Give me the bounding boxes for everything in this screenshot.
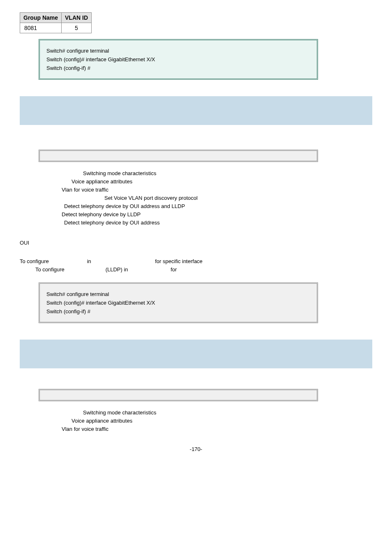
desc-line: Detect telephony device by OUI address xyxy=(39,220,372,226)
desc-line: Detect telephony device by LLDP xyxy=(39,211,372,217)
usage-line: To configure (LLDP) in for xyxy=(20,266,372,273)
syntax-box-2 xyxy=(39,389,318,401)
desc-block-1: Switching mode characteristics Voice app… xyxy=(39,170,372,226)
usage-text: To configure xyxy=(20,266,104,273)
td-vlan: 5 xyxy=(62,23,92,33)
desc-line: Set Voice VLAN port discovery protocol xyxy=(39,195,372,201)
usage-text: for specific interface xyxy=(155,258,203,264)
section-header-1 xyxy=(20,96,372,125)
cli-line: Switch# configure terminal xyxy=(46,291,310,297)
group-vlan-table: Group Name VLAN ID 8081 5 xyxy=(20,12,92,33)
cli-box-1: Switch# configure terminal Switch (confi… xyxy=(39,39,318,80)
page-number: -170- xyxy=(20,446,372,452)
usage-line: To configure in for specific interface xyxy=(20,258,372,264)
usage-block: To configure in for specific interface T… xyxy=(20,258,372,273)
desc-line: Vlan for voice traffic xyxy=(39,426,372,432)
usage-text: in xyxy=(87,258,154,264)
cli-line: Switch (config-if) # xyxy=(46,65,310,71)
desc-line: Voice appliance attributes xyxy=(39,418,372,424)
section-header-2 xyxy=(20,340,372,368)
th-vlan: VLAN ID xyxy=(62,13,92,23)
desc-line: Switching mode characteristics xyxy=(39,409,372,416)
usage-text: To configure xyxy=(20,258,85,264)
usage-text: (LLDP) in xyxy=(106,266,169,273)
desc-line: Vlan for voice traffic xyxy=(39,187,372,193)
desc-line: Detect telephony device by OUI address a… xyxy=(39,203,372,209)
syntax-box-1 xyxy=(39,150,318,162)
cli-line: Switch (config)# interface GigabitEthern… xyxy=(46,56,310,62)
td-group: 8081 xyxy=(20,23,62,33)
cli-line: Switch (config-if) # xyxy=(46,308,310,314)
cli-line: Switch# configure terminal xyxy=(46,48,310,54)
desc-line: Switching mode characteristics xyxy=(39,170,372,176)
cli-line: Switch (config)# interface GigabitEthern… xyxy=(46,300,310,306)
table-row: 8081 5 xyxy=(20,23,92,33)
usage-text: for xyxy=(171,266,177,273)
th-group: Group Name xyxy=(20,13,62,23)
oui-label: OUI xyxy=(20,240,372,246)
desc-line: Voice appliance attributes xyxy=(39,178,372,185)
desc-block-2: Switching mode characteristics Voice app… xyxy=(39,409,372,432)
cli-box-2: Switch# configure terminal Switch (confi… xyxy=(39,282,318,323)
